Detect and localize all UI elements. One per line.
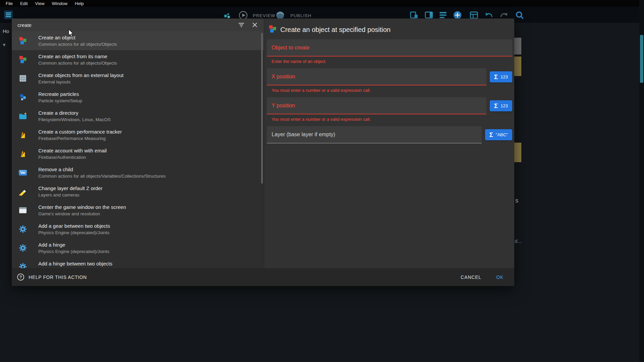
menu-edit[interactable]: Edit: [16, 1, 31, 6]
action-title: Add a hinge between two objects: [38, 260, 112, 267]
sigma-icon: Σ: [489, 131, 493, 139]
chevron-down-icon[interactable]: ▼: [2, 42, 6, 47]
action-subtitle: Common actions for all objects/Objects: [38, 41, 117, 47]
search-bar: [12, 19, 264, 31]
external-layout-icon: [18, 74, 27, 83]
expression-type-label: "ABC": [496, 132, 508, 137]
action-subtitle: Common actions for all objects/Variables…: [38, 173, 166, 179]
y-field-error: You must enter a number or a valid expre…: [272, 117, 512, 122]
action-title: Create a directory: [38, 110, 111, 116]
action-title: Create an object: [38, 34, 117, 41]
action-subtitle: Common actions for all objects/Objects: [38, 60, 117, 66]
menu-help[interactable]: Help: [71, 1, 88, 6]
sigma-icon: Σ: [494, 102, 498, 110]
detail-header: Create an object at specified position: [264, 19, 514, 39]
layer-field-box: [267, 126, 482, 143]
action-title: Center the game window on the screen: [38, 204, 126, 210]
x-position-field-box: [267, 68, 486, 85]
preview-button[interactable]: PREVIEW: [253, 13, 275, 18]
gear-icon: [18, 244, 27, 252]
layer-input[interactable]: [267, 126, 482, 143]
list-item[interactable]: Create a custom performance tracker Fire…: [12, 125, 264, 144]
list-item[interactable]: Create an object from its name Common ac…: [12, 50, 264, 69]
layer-expression-button[interactable]: Σ "ABC": [485, 129, 512, 140]
expression-type-label: 123: [500, 103, 508, 108]
window-icon: [18, 206, 27, 215]
gear-icon: [18, 225, 27, 233]
menubar: File Edit View Window Help: [0, 0, 644, 7]
tab-home-clipped[interactable]: Ho: [3, 28, 9, 34]
folder-icon: [18, 112, 27, 120]
menu-file[interactable]: File: [2, 1, 16, 6]
list-item[interactable]: Add a gear between two objects Physics E…: [12, 220, 264, 239]
search-icon[interactable]: [515, 10, 524, 21]
action-parameters-panel: Create an object at specified position E…: [264, 19, 514, 268]
firebase-flame-icon: [18, 149, 27, 158]
action-subtitle: External layouts: [38, 79, 123, 85]
filter-icon[interactable]: [237, 21, 246, 29]
list-item[interactable]: Create a directory Filesystem/Windows, L…: [12, 107, 264, 125]
action-subtitle: Firebase/Performance Measuring: [38, 136, 122, 141]
ok-button[interactable]: OK: [493, 273, 506, 282]
action-title: Create an object from its name: [38, 53, 117, 60]
help-icon: ?: [17, 274, 24, 281]
objects-icon: [18, 55, 27, 64]
x-position-input[interactable]: [267, 68, 486, 85]
action-title: Add a hinge: [38, 242, 110, 248]
background-text-fragment: s: [515, 197, 518, 204]
list-item[interactable]: Change layer default Z order Layers and …: [12, 182, 264, 201]
objects-icon: [268, 25, 277, 35]
dialog-footer: ? HELP FOR THIS ACTION CANCEL OK: [12, 268, 514, 286]
particles-icon: [18, 93, 27, 102]
variable-icon: Var: [18, 168, 27, 177]
background-text-fragment: d...: [515, 238, 522, 244]
sigma-icon: Σ: [494, 73, 498, 81]
window-scrollbar[interactable]: [639, 0, 644, 362]
action-dialog-title: Create an object at specified position: [280, 26, 391, 34]
list-item[interactable]: Var Remove a child Common actions for al…: [12, 163, 264, 182]
action-subtitle: Physics Engine (deprecated)/Joints: [38, 249, 110, 254]
object-to-create-input[interactable]: [267, 39, 512, 56]
cancel-button[interactable]: CANCEL: [458, 273, 484, 282]
expression-type-label: 123: [500, 74, 508, 79]
list-item[interactable]: Center the game window on the screen Gam…: [12, 201, 264, 220]
list-item[interactable]: Recreate particles Particle system/Setup: [12, 88, 264, 107]
search-input[interactable]: [17, 22, 232, 28]
x-expression-button[interactable]: Σ 123: [490, 71, 512, 82]
list-item[interactable]: Add a hinge between two objects Physics …: [12, 257, 264, 268]
scrollbar-thumb[interactable]: [640, 35, 643, 83]
action-subtitle: Layers and cameras: [38, 192, 103, 198]
help-for-action-button[interactable]: HELP FOR THIS ACTION: [29, 275, 87, 280]
actions-list[interactable]: Create an object Common actions for all …: [12, 31, 264, 268]
action-title: Change layer default Z order: [38, 185, 103, 191]
list-item[interactable]: Add a hinge Physics Engine (deprecated)/…: [12, 239, 264, 257]
list-item[interactable]: Create account with with email Firebase/…: [12, 144, 264, 163]
background-panel-fragment: [514, 143, 521, 162]
x-field-error: You must enter a number or a valid expre…: [272, 88, 512, 93]
object-to-create-field-box: [267, 39, 512, 57]
action-title: Remove a child: [38, 166, 166, 173]
menu-view[interactable]: View: [31, 1, 48, 6]
action-subtitle: Physics Engine (deprecated)/Joints: [38, 230, 110, 236]
choose-action-dialog: Create an object Common actions for all …: [12, 19, 514, 286]
actions-search-panel: Create an object Common actions for all …: [12, 19, 264, 268]
menu-window[interactable]: Window: [48, 1, 71, 6]
list-item[interactable]: Create objects from an external layout E…: [12, 69, 264, 88]
action-subtitle: Particle system/Setup: [38, 98, 82, 104]
list-scrollbar-thumb[interactable]: [261, 33, 263, 184]
list-item[interactable]: Create an object Common actions for all …: [12, 31, 264, 50]
action-title: Create account with with email: [38, 147, 107, 154]
publish-button[interactable]: PUBLISH: [290, 13, 312, 18]
y-expression-button[interactable]: Σ 123: [490, 100, 512, 111]
firebase-flame-icon: [18, 131, 27, 139]
y-position-input[interactable]: [267, 97, 486, 114]
background-panel-fragment: [514, 57, 521, 76]
action-subtitle: Filesystem/Windows, Linux, MacOS: [38, 117, 111, 122]
action-subtitle: Game's window and resolution: [38, 211, 126, 217]
action-title: Create objects from an external layout: [38, 72, 123, 78]
gear-icon: [18, 262, 27, 268]
objects-icon: [18, 36, 27, 45]
close-icon[interactable]: [250, 21, 259, 29]
action-subtitle: Firebase/Authentication: [38, 154, 107, 160]
action-title: Recreate particles: [38, 91, 82, 97]
